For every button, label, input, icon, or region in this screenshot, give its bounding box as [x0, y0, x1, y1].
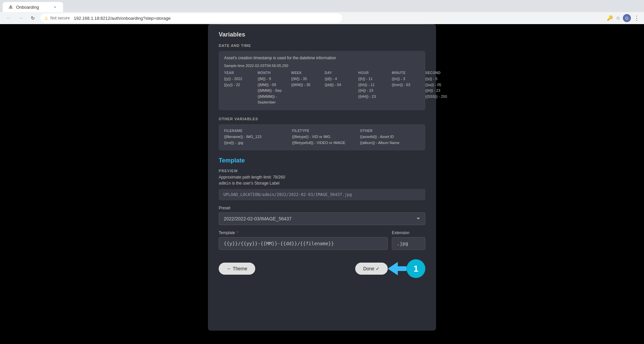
- filetype-item-1: {{filetype}} - VID or IMG: [292, 134, 352, 140]
- hour-item-3: {{H}} - 23: [358, 88, 385, 94]
- day-item-2: {{dd}} - 04: [325, 82, 352, 88]
- var-col-filename: FILENAME {{filename}} - IMG_123 {{ext}} …: [224, 129, 284, 146]
- browser-actions: 🔑 ☆ G ⋮: [607, 14, 640, 22]
- template-field: Template *: [219, 230, 388, 250]
- extension-field-label: Extension: [392, 230, 425, 235]
- step-badge: 1: [407, 259, 425, 278]
- menu-icon[interactable]: ⋮: [634, 14, 640, 22]
- month-header: MONTH: [258, 71, 284, 75]
- top-divider: [219, 24, 425, 24]
- filename-item-2: {{ext}} - .jpg: [224, 140, 284, 146]
- path-preview-bar: UPLOAD_LOCATION/admin/2022/2022-02-03/IM…: [219, 189, 425, 200]
- forward-button[interactable]: →: [16, 13, 25, 23]
- template-input[interactable]: [219, 237, 388, 250]
- filetype-item-2: {{filetypefull}} - VIDEO or IMAGE: [292, 140, 352, 146]
- filetype-header: FILETYPE: [292, 129, 352, 133]
- minute-item-1: {{m}} - 3: [392, 76, 419, 82]
- done-area: Done ✓ 1: [355, 259, 425, 278]
- required-asterisk: *: [237, 230, 238, 235]
- week-item-1: {{W}} - 35: [291, 76, 318, 82]
- security-label: Not secure: [50, 16, 70, 20]
- preview-label: PREVIEW: [219, 169, 425, 173]
- arrow-rect-shape: [397, 266, 407, 271]
- second-item-2: {{ss}} - 05: [425, 82, 452, 88]
- security-warning-icon: ⚠: [44, 16, 48, 21]
- url-text: 192.168.1.18:8212/auth/onboarding?step=s…: [74, 16, 171, 21]
- second-item-1: {{s}} - 5: [425, 76, 452, 82]
- active-tab[interactable]: Onboarding ×: [3, 2, 63, 12]
- main-panel: Variables DATE AND TIME Asset's creation…: [208, 24, 436, 331]
- footer-row: ← Theme Done ✓ 1: [219, 259, 425, 278]
- tab-close-button[interactable]: ×: [52, 4, 58, 10]
- browser-tabs: Onboarding ×: [0, 0, 644, 12]
- month-item-2: {{MM}} - 09: [258, 82, 284, 88]
- key-icon: 🔑: [607, 15, 613, 21]
- year-item-1: {{y}} - 2022: [224, 76, 251, 82]
- hour-item-2: {{hh}} - 11: [358, 82, 385, 88]
- second-item-3: {{H}} - 23: [425, 88, 452, 94]
- reload-button[interactable]: ↻: [28, 13, 38, 23]
- minute-item-2: {{mm}} - 03: [392, 82, 419, 88]
- var-col-week: WEEK {{W}} - 35 {{WW}} - 35: [291, 71, 318, 106]
- browser-toolbar: ← → ↻ ⚠ Not secure 192.168.1.18:8212/aut…: [0, 12, 644, 24]
- address-bar[interactable]: ⚠ Not secure 192.168.1.18:8212/auth/onbo…: [40, 13, 342, 23]
- datetime-info-line1: Asset's creation timestamp is used for t…: [224, 56, 420, 60]
- arrow-indicator: [388, 262, 408, 275]
- other-item-2: {{album}} - Album Name: [360, 140, 420, 146]
- admin-username: admin: [219, 181, 231, 186]
- minute-header: MINUTE: [392, 71, 419, 75]
- second-item-4: {{SSS}} - 250: [425, 94, 452, 100]
- datetime-variables-grid: YEAR {{y}} - 2022 {{yy}} - 22 MONTH {{M}…: [224, 71, 420, 106]
- template-field-label: Template *: [219, 230, 388, 235]
- datetime-info-box: Asset's creation timestamp is used for t…: [219, 51, 425, 110]
- template-extension-row: Template * Extension: [219, 230, 425, 250]
- tab-favicon: [8, 4, 13, 10]
- month-item-1: {{M}} - 9: [258, 76, 284, 82]
- preset-field-label: Preset: [219, 206, 425, 210]
- bookmark-icon[interactable]: ☆: [616, 15, 620, 21]
- user-label-text: admin is the user's Storage Label: [219, 181, 425, 186]
- template-section: Template PREVIEW Approximate path length…: [219, 157, 425, 250]
- month-item-3: {{MMM}} - Sep: [258, 88, 284, 94]
- var-col-day: DAY {{d}} - 4 {{dd}} - 04: [325, 71, 352, 106]
- tab-title: Onboarding: [16, 5, 39, 10]
- done-button[interactable]: Done ✓: [355, 263, 388, 275]
- other-header: OTHER: [360, 129, 420, 133]
- arrow-left-shape: [388, 262, 398, 275]
- var-col-year: YEAR {{y}} - 2022 {{yy}} - 22: [224, 71, 251, 106]
- day-header: DAY: [325, 71, 352, 75]
- profile-icon[interactable]: G: [623, 14, 631, 22]
- second-header: SECOND: [425, 71, 452, 75]
- back-button[interactable]: ←: [4, 13, 13, 23]
- week-item-2: {{WW}} - 35: [291, 82, 318, 88]
- other-variables-info-box: FILENAME {{filename}} - IMG_123 {{ext}} …: [219, 124, 425, 150]
- var-col-minute: MINUTE {{m}} - 3 {{mm}} - 03: [392, 71, 419, 106]
- var-col-other: OTHER {{assetId}} - Asset ID {{album}} -…: [360, 129, 420, 146]
- user-label-suffix: is the user's Storage Label: [232, 181, 279, 186]
- other-variables-subtitle: OTHER VARIABLES: [219, 117, 425, 121]
- hour-header: HOUR: [358, 71, 385, 75]
- month-item-4: {{MMMM}} - September: [258, 94, 284, 106]
- year-header: YEAR: [224, 71, 251, 75]
- week-header: WEEK: [291, 71, 318, 75]
- filename-item-1: {{filename}} - IMG_123: [224, 134, 284, 140]
- hour-item-1: {{h}} - 11: [358, 76, 385, 82]
- var-col-filetype: FILETYPE {{filetype}} - VID or IMG {{fil…: [292, 129, 352, 146]
- day-item-1: {{d}} - 4: [325, 76, 352, 82]
- extension-field: Extension: [392, 230, 425, 250]
- other-variables-grid: FILENAME {{filename}} - IMG_123 {{ext}} …: [224, 129, 420, 146]
- var-col-hour: HOUR {{h}} - 11 {{hh}} - 11 {{H}} - 23 {…: [358, 71, 385, 106]
- theme-button[interactable]: ← Theme: [219, 263, 255, 275]
- extension-input[interactable]: [392, 237, 425, 250]
- var-col-month: MONTH {{M}} - 9 {{MM}} - 09 {{MMM}} - Se…: [258, 71, 284, 106]
- filename-header: FILENAME: [224, 129, 284, 133]
- preset-select[interactable]: 2022/2022-02-03/IMAGE_56437: [219, 212, 425, 225]
- template-section-title: Template: [219, 157, 425, 164]
- path-limit-text: Approximate path length limit: 78/260: [219, 175, 425, 180]
- var-col-second: SECOND {{s}} - 5 {{ss}} - 05 {{H}} - 23 …: [425, 71, 452, 106]
- variables-title: Variables: [219, 31, 425, 38]
- year-item-2: {{yy}} - 22: [224, 82, 251, 88]
- other-item-1: {{assetId}} - Asset ID: [360, 134, 420, 140]
- hour-item-4: {{HH}} - 23: [358, 94, 385, 100]
- datetime-subtitle: DATE AND TIME: [219, 44, 425, 48]
